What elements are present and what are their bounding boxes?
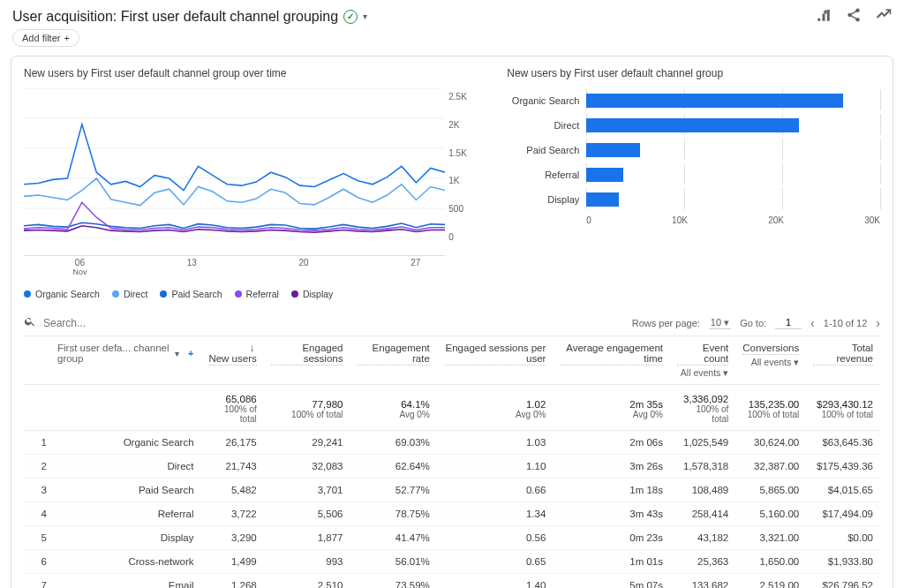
bar-chart: Organic SearchDirectPaid SearchReferralD… (507, 88, 880, 212)
column-header[interactable]: ↓New users (201, 336, 264, 385)
bar-label: Display (507, 194, 586, 205)
bar-chart-x-axis: 010K20K30K (586, 212, 880, 225)
data-table: First user defa... channel group ▾ + ↓Ne… (24, 335, 880, 588)
column-header[interactable]: ConversionsAll events ▾ (735, 336, 806, 385)
column-header[interactable]: Total revenue (806, 336, 880, 385)
table-row[interactable]: 2Direct21,74332,08362.64%1.103m 26s1,578… (24, 455, 880, 479)
legend-item[interactable]: Referral (235, 289, 279, 299)
bar-label: Direct (507, 120, 586, 131)
rows-per-page-label: Rows per page: (632, 318, 700, 328)
table-row[interactable]: 4Referral3,7225,50678.75%1.343m 43s258,4… (24, 502, 880, 526)
add-filter-button[interactable]: Add filter + (12, 29, 79, 47)
column-header[interactable]: Engagement rate (350, 336, 436, 385)
bar-fill (586, 118, 799, 132)
chevron-down-icon: ▾ (724, 317, 729, 328)
status-verified-icon: ✓ (343, 10, 358, 24)
line-chart-title: New users by First user default channel … (24, 67, 471, 79)
go-to-input[interactable] (775, 316, 802, 329)
rows-per-page-select[interactable]: 10 ▾ (709, 317, 731, 329)
table-row[interactable]: 7Email1,2682,51073.59%1.405m 07s133,6822… (24, 574, 880, 589)
table-row[interactable]: 3Paid Search5,4823,70152.77%0.661m 18s10… (24, 479, 880, 502)
table-row[interactable]: 5Display3,2901,87741.47%0.560m 23s43,182… (24, 526, 880, 550)
bar-label: Organic Search (507, 95, 586, 106)
table-row[interactable]: 1Organic Search26,17529,24169.03%1.032m … (24, 431, 880, 455)
go-to-label: Go to: (740, 318, 766, 328)
column-header[interactable]: Average engagement time (553, 336, 670, 385)
chart-legend: Organic SearchDirectPaid SearchReferralD… (24, 283, 471, 303)
table-search-input[interactable] (41, 316, 183, 330)
page-title: User acquisition: First user default cha… (12, 9, 338, 25)
page-next-icon[interactable]: › (876, 316, 880, 330)
search-icon[interactable] (24, 315, 36, 330)
bar-chart-title: New users by First user default channel … (507, 67, 880, 79)
page-prev-icon[interactable]: ‹ (810, 316, 815, 330)
bar-label: Paid Search (507, 145, 586, 155)
page-range: 1-10 of 12 (824, 318, 868, 328)
plus-icon: + (64, 33, 69, 43)
add-dimension-button[interactable]: + (188, 348, 194, 358)
line-chart-x-axis: 06Nov132027 (24, 256, 471, 283)
bar-fill (586, 143, 640, 157)
legend-item[interactable]: Direct (112, 289, 147, 299)
bar-fill (586, 94, 842, 108)
bar-fill (586, 192, 618, 207)
insights-icon[interactable] (876, 7, 892, 26)
column-header[interactable]: Engaged sessions per user (437, 336, 554, 385)
chevron-down-icon[interactable]: ▾ (175, 349, 179, 358)
dimension-header[interactable]: First user defa... channel group (57, 343, 171, 364)
customize-report-icon[interactable] (816, 7, 832, 26)
line-chart (24, 88, 445, 256)
add-filter-label: Add filter (22, 33, 60, 43)
bar-label: Referral (507, 170, 586, 180)
line-chart-y-axis: 2.5K2K1.5K1K5000 (445, 92, 471, 242)
share-icon[interactable] (846, 7, 862, 26)
column-header[interactable]: Event countAll events ▾ (670, 336, 735, 385)
bar-fill (586, 168, 622, 182)
legend-item[interactable]: Organic Search (24, 289, 100, 299)
column-header[interactable]: Engaged sessions (264, 336, 350, 385)
legend-item[interactable]: Display (291, 289, 333, 299)
title-dropdown-icon[interactable]: ▾ (363, 11, 367, 21)
table-row[interactable]: 6Cross-network1,49999356.01%0.651m 01s25… (24, 550, 880, 574)
legend-item[interactable]: Paid Search (160, 289, 222, 299)
